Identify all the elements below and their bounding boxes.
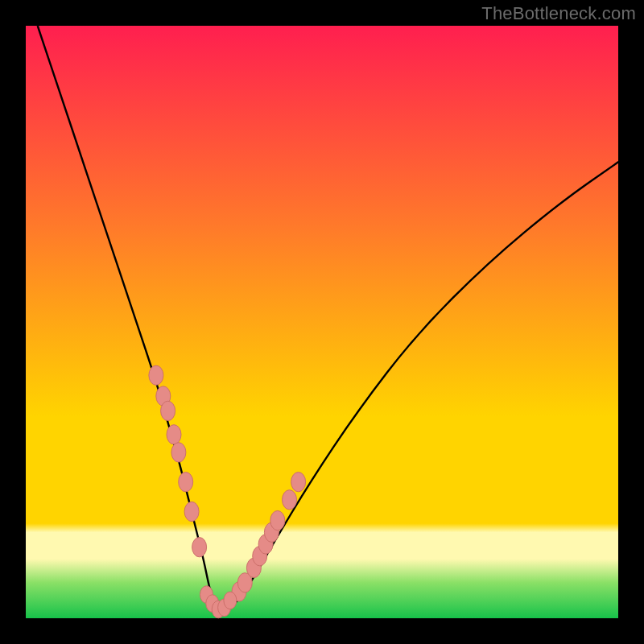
bottleneck-curve [38,26,618,611]
curve-layer [26,26,618,618]
marker-group [149,365,306,618]
watermark-text: TheBottleneck.com [481,3,636,24]
data-marker [149,365,163,385]
plot-area [26,26,618,618]
data-marker [283,490,297,510]
data-marker [270,510,285,530]
data-marker [224,592,237,609]
data-marker [167,425,181,444]
outer-frame: TheBottleneck.com [0,0,644,644]
data-marker [291,473,306,492]
data-marker [179,473,193,492]
data-marker [171,443,186,462]
data-marker [184,502,199,521]
data-marker [192,538,207,557]
data-marker [161,401,175,420]
